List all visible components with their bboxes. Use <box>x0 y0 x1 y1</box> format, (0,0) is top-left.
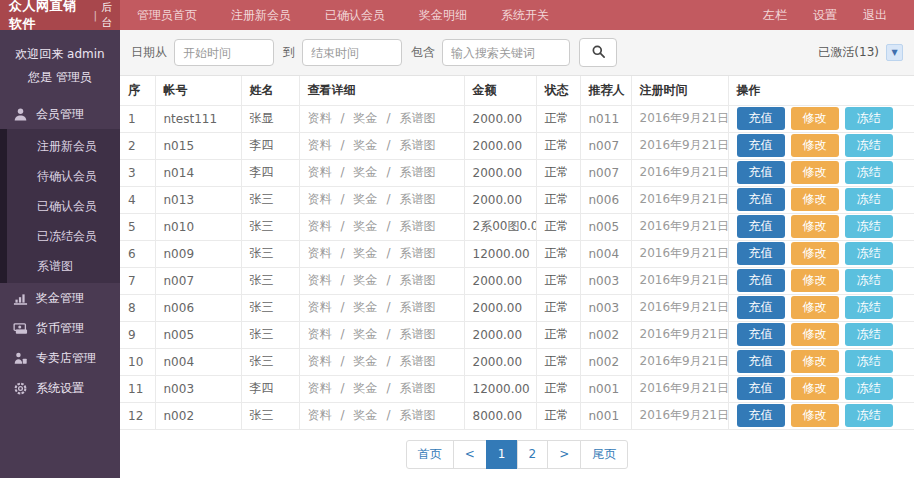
edit-button[interactable]: 修改 <box>791 269 839 292</box>
edit-button[interactable]: 修改 <box>791 323 839 346</box>
genealogy-link[interactable]: 系谱图 <box>400 165 436 179</box>
pagination-last[interactable]: 尾页 <box>580 440 628 469</box>
edit-button[interactable]: 修改 <box>791 161 839 184</box>
sidebar-item-member-mgmt[interactable]: 会员管理 <box>0 99 120 129</box>
profile-link[interactable]: 资料 <box>308 111 332 125</box>
freeze-button[interactable]: 冻结 <box>845 107 893 130</box>
sidebar-item-store-mgmt[interactable]: 专卖店管理 <box>0 343 120 373</box>
freeze-button[interactable]: 冻结 <box>845 377 893 400</box>
profile-link[interactable]: 资料 <box>308 300 332 314</box>
bonus-link[interactable]: 奖金 <box>354 381 378 395</box>
profile-link[interactable]: 资料 <box>308 381 332 395</box>
recharge-button[interactable]: 充值 <box>737 269 785 292</box>
pagination-page-1[interactable]: 1 <box>486 440 518 469</box>
top-nav-item[interactable]: 系统开关 <box>484 0 566 30</box>
sidebar-item-currency-mgmt[interactable]: 货币管理 <box>0 313 120 343</box>
submenu-item[interactable]: 已确认会员 <box>7 191 120 221</box>
profile-link[interactable]: 资料 <box>308 327 332 341</box>
genealogy-link[interactable]: 系谱图 <box>400 354 436 368</box>
top-nav-item[interactable]: 奖金明细 <box>402 0 484 30</box>
bonus-link[interactable]: 奖金 <box>354 273 378 287</box>
freeze-button[interactable]: 冻结 <box>845 188 893 211</box>
recharge-button[interactable]: 充值 <box>737 188 785 211</box>
bonus-link[interactable]: 奖金 <box>354 300 378 314</box>
recharge-button[interactable]: 充值 <box>737 107 785 130</box>
recharge-button[interactable]: 充值 <box>737 161 785 184</box>
top-nav-right-item[interactable]: 设置 <box>800 0 850 30</box>
sidebar-item-bonus-mgmt[interactable]: 奖金管理 <box>0 283 120 313</box>
bonus-link[interactable]: 奖金 <box>354 246 378 260</box>
submenu-item[interactable]: 待确认会员 <box>7 161 120 191</box>
freeze-button[interactable]: 冻结 <box>845 215 893 238</box>
edit-button[interactable]: 修改 <box>791 188 839 211</box>
submenu-item[interactable]: 已冻结会员 <box>7 221 120 251</box>
genealogy-link[interactable]: 系谱图 <box>400 246 436 260</box>
bonus-link[interactable]: 奖金 <box>354 111 378 125</box>
bonus-link[interactable]: 奖金 <box>354 165 378 179</box>
keyword-input[interactable] <box>442 39 570 66</box>
recharge-button[interactable]: 充值 <box>737 323 785 346</box>
recharge-button[interactable]: 充值 <box>737 377 785 400</box>
freeze-button[interactable]: 冻结 <box>845 134 893 157</box>
bonus-link[interactable]: 奖金 <box>354 138 378 152</box>
edit-button[interactable]: 修改 <box>791 377 839 400</box>
freeze-button[interactable]: 冻结 <box>845 404 893 427</box>
edit-button[interactable]: 修改 <box>791 404 839 427</box>
recharge-button[interactable]: 充值 <box>737 215 785 238</box>
sidebar-item-system-settings[interactable]: 系统设置 <box>0 373 120 403</box>
recharge-button[interactable]: 充值 <box>737 242 785 265</box>
freeze-button[interactable]: 冻结 <box>845 161 893 184</box>
submenu-item[interactable]: 系谱图 <box>7 251 120 281</box>
genealogy-link[interactable]: 系谱图 <box>400 327 436 341</box>
pagination-first[interactable]: 首页 <box>406 440 454 469</box>
bonus-link[interactable]: 奖金 <box>354 327 378 341</box>
recharge-button[interactable]: 充值 <box>737 350 785 373</box>
genealogy-link[interactable]: 系谱图 <box>400 219 436 233</box>
genealogy-link[interactable]: 系谱图 <box>400 273 436 287</box>
genealogy-link[interactable]: 系谱图 <box>400 408 436 422</box>
freeze-button[interactable]: 冻结 <box>845 296 893 319</box>
freeze-button[interactable]: 冻结 <box>845 350 893 373</box>
bonus-link[interactable]: 奖金 <box>354 354 378 368</box>
profile-link[interactable]: 资料 <box>308 138 332 152</box>
edit-button[interactable]: 修改 <box>791 134 839 157</box>
profile-link[interactable]: 资料 <box>308 192 332 206</box>
pagination-page-2[interactable]: 2 <box>517 440 549 469</box>
date-to-input[interactable] <box>302 39 402 66</box>
date-from-input[interactable] <box>174 39 274 66</box>
profile-link[interactable]: 资料 <box>308 273 332 287</box>
profile-link[interactable]: 资料 <box>308 165 332 179</box>
freeze-button[interactable]: 冻结 <box>845 323 893 346</box>
top-nav-item[interactable]: 注册新会员 <box>214 0 308 30</box>
genealogy-link[interactable]: 系谱图 <box>400 381 436 395</box>
pagination-prev[interactable]: < <box>453 440 487 469</box>
freeze-button[interactable]: 冻结 <box>845 242 893 265</box>
submenu-item[interactable]: 注册新会员 <box>7 131 120 161</box>
profile-link[interactable]: 资料 <box>308 408 332 422</box>
profile-link[interactable]: 资料 <box>308 354 332 368</box>
pagination-next[interactable]: > <box>547 440 581 469</box>
genealogy-link[interactable]: 系谱图 <box>400 138 436 152</box>
profile-link[interactable]: 资料 <box>308 219 332 233</box>
top-nav-right-item[interactable]: 左栏 <box>750 0 800 30</box>
bonus-link[interactable]: 奖金 <box>354 192 378 206</box>
genealogy-link[interactable]: 系谱图 <box>400 300 436 314</box>
recharge-button[interactable]: 充值 <box>737 134 785 157</box>
recharge-button[interactable]: 充值 <box>737 296 785 319</box>
top-nav-item[interactable]: 管理员首页 <box>120 0 214 30</box>
freeze-button[interactable]: 冻结 <box>845 269 893 292</box>
top-nav-item[interactable]: 已确认会员 <box>308 0 402 30</box>
top-nav-right-item[interactable]: 退出 <box>850 0 900 30</box>
edit-button[interactable]: 修改 <box>791 107 839 130</box>
genealogy-link[interactable]: 系谱图 <box>400 192 436 206</box>
edit-button[interactable]: 修改 <box>791 350 839 373</box>
edit-button[interactable]: 修改 <box>791 242 839 265</box>
edit-button[interactable]: 修改 <box>791 296 839 319</box>
search-button[interactable] <box>579 38 617 67</box>
edit-button[interactable]: 修改 <box>791 215 839 238</box>
genealogy-link[interactable]: 系谱图 <box>400 111 436 125</box>
recharge-button[interactable]: 充值 <box>737 404 785 427</box>
bonus-link[interactable]: 奖金 <box>354 408 378 422</box>
status-filter-select[interactable]: 已激活(13) ▼ <box>818 44 903 61</box>
profile-link[interactable]: 资料 <box>308 246 332 260</box>
